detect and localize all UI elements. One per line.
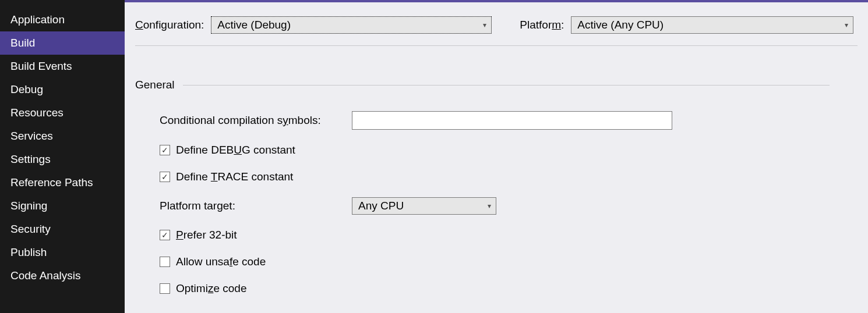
general-form: Conditional compilation symbols: ✓ Defin… bbox=[135, 91, 858, 295]
define-trace-label: Define TRACE constant bbox=[176, 170, 293, 183]
platform-label: Platform: bbox=[520, 19, 564, 31]
platform-target-dropdown[interactable]: Any CPU ▾ bbox=[352, 197, 496, 215]
section-divider bbox=[183, 85, 830, 86]
sidebar-item-resources[interactable]: Resources bbox=[0, 101, 125, 125]
optimize-code-label: Optimize code bbox=[176, 282, 246, 295]
section-general-title: General bbox=[135, 79, 175, 91]
conditional-symbols-label: Conditional compilation symbols: bbox=[160, 114, 352, 127]
prefer-32bit-checkbox[interactable]: ✓ bbox=[160, 230, 170, 240]
configuration-label: Configuration: bbox=[135, 19, 204, 31]
configuration-value: Active (Debug) bbox=[217, 19, 291, 31]
main-panel: Configuration: Active (Debug) ▾ Platform… bbox=[125, 0, 868, 313]
conditional-symbols-row: Conditional compilation symbols: bbox=[160, 111, 858, 130]
platform-target-row: Platform target: Any CPU ▾ bbox=[160, 197, 858, 215]
define-debug-label: Define DEBUG constant bbox=[176, 144, 295, 156]
platform-target-value: Any CPU bbox=[358, 200, 404, 212]
platform-value: Active (Any CPU) bbox=[577, 19, 664, 31]
sidebar-item-settings[interactable]: Settings bbox=[0, 148, 125, 171]
sidebar-item-debug[interactable]: Debug bbox=[0, 78, 125, 101]
sidebar-item-services[interactable]: Services bbox=[0, 125, 125, 148]
allow-unsafe-checkbox[interactable] bbox=[160, 257, 170, 267]
chevron-down-icon: ▾ bbox=[488, 202, 491, 210]
sidebar-item-build-events[interactable]: Build Events bbox=[0, 55, 125, 78]
sidebar-item-publish[interactable]: Publish bbox=[0, 241, 125, 264]
allow-unsafe-row: Allow unsafe code bbox=[160, 255, 858, 268]
sidebar-item-signing[interactable]: Signing bbox=[0, 194, 125, 218]
optimize-code-checkbox[interactable] bbox=[160, 283, 170, 294]
chevron-down-icon: ▾ bbox=[483, 21, 486, 29]
chevron-down-icon: ▾ bbox=[845, 21, 848, 29]
sidebar-item-build[interactable]: Build bbox=[0, 31, 125, 55]
sidebar-item-application[interactable]: Application bbox=[0, 8, 125, 31]
prefer-32bit-label: Prefer 32-bit bbox=[176, 229, 237, 241]
platform-dropdown[interactable]: Active (Any CPU) ▾ bbox=[571, 16, 853, 34]
conditional-symbols-input[interactable] bbox=[352, 111, 672, 130]
configuration-dropdown[interactable]: Active (Debug) ▾ bbox=[211, 16, 492, 34]
define-debug-checkbox[interactable]: ✓ bbox=[160, 145, 170, 155]
prefer-32bit-row: ✓ Prefer 32-bit bbox=[160, 229, 858, 241]
allow-unsafe-label: Allow unsafe code bbox=[176, 255, 266, 268]
define-trace-checkbox[interactable]: ✓ bbox=[160, 172, 170, 182]
config-platform-row: Configuration: Active (Debug) ▾ Platform… bbox=[135, 16, 858, 46]
sidebar-item-security[interactable]: Security bbox=[0, 218, 125, 241]
optimize-code-row: Optimize code bbox=[160, 282, 858, 295]
section-general-header: General bbox=[135, 79, 858, 91]
define-debug-row: ✓ Define DEBUG constant bbox=[160, 144, 858, 156]
define-trace-row: ✓ Define TRACE constant bbox=[160, 170, 858, 183]
sidebar-item-reference-paths[interactable]: Reference Paths bbox=[0, 171, 125, 194]
sidebar-item-code-analysis[interactable]: Code Analysis bbox=[0, 264, 125, 287]
sidebar: Application Build Build Events Debug Res… bbox=[0, 0, 125, 313]
platform-target-label: Platform target: bbox=[160, 200, 352, 212]
